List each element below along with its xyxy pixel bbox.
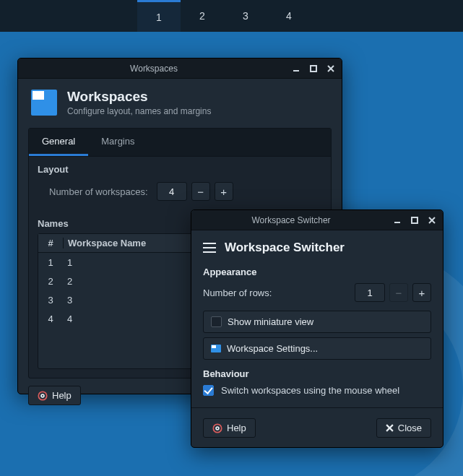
num-workspaces-decrease[interactable]: − bbox=[191, 182, 210, 201]
switcher-header: Workspace Switcher bbox=[191, 230, 443, 262]
svg-point-4 bbox=[38, 391, 46, 399]
help-icon bbox=[212, 423, 222, 433]
switcher-heading: Workspace Switcher bbox=[225, 241, 345, 255]
switcher-footer: Help Close bbox=[191, 407, 443, 448]
workspaces-titlebar[interactable]: Workspaces bbox=[18, 59, 342, 79]
workspaces-window-title: Workspaces bbox=[18, 64, 290, 74]
num-workspaces-spin: − + bbox=[157, 182, 233, 201]
num-workspaces-input[interactable] bbox=[157, 182, 187, 201]
top-panel: 1 2 3 4 bbox=[0, 0, 463, 32]
switcher-window-title: Workspace Switcher bbox=[191, 215, 391, 225]
row-number: 4 bbox=[38, 313, 63, 324]
svg-point-5 bbox=[41, 394, 44, 397]
close-button[interactable] bbox=[324, 62, 337, 75]
minimize-button[interactable] bbox=[391, 214, 404, 227]
close-button[interactable] bbox=[425, 214, 438, 227]
show-miniature-toggle[interactable]: Show miniature view bbox=[203, 311, 431, 333]
workspaces-icon bbox=[211, 345, 221, 352]
workspaces-icon bbox=[31, 90, 57, 116]
panel-workspace-3[interactable]: 3 bbox=[224, 0, 267, 32]
panel-workspace-1[interactable]: 1 bbox=[137, 0, 181, 32]
help-button[interactable]: Help bbox=[28, 386, 81, 405]
close-icon bbox=[386, 424, 394, 432]
close-dialog-button[interactable]: Close bbox=[376, 418, 431, 438]
svg-rect-7 bbox=[412, 217, 417, 223]
workspaces-subheading: Configure layout, names and margins bbox=[67, 106, 211, 116]
show-miniature-label: Show miniature view bbox=[228, 316, 313, 327]
svg-point-10 bbox=[213, 424, 221, 432]
panel-workspace-4[interactable]: 4 bbox=[267, 0, 311, 32]
rows-spin: − + bbox=[355, 283, 431, 302]
workspaces-tabstrip: General Margins bbox=[29, 129, 331, 157]
close-button-label: Close bbox=[398, 423, 422, 433]
help-icon bbox=[38, 391, 48, 401]
row-number: 2 bbox=[38, 276, 63, 287]
workspace-settings-label: Workspace Settings... bbox=[227, 343, 318, 354]
rows-label: Number of rows: bbox=[203, 287, 272, 298]
switcher-window: Workspace Switcher Workspace Switcher Ap… bbox=[191, 209, 443, 448]
menu-icon bbox=[203, 243, 216, 253]
wheel-label: Switch workspaces using the mouse wheel bbox=[221, 385, 399, 396]
appearance-section-label: Appearance bbox=[191, 262, 443, 279]
maximize-button[interactable] bbox=[408, 214, 421, 227]
svg-rect-1 bbox=[311, 66, 316, 72]
show-miniature-checkbox[interactable] bbox=[211, 316, 222, 327]
row-number: 1 bbox=[38, 257, 63, 268]
minimize-button[interactable] bbox=[290, 62, 303, 75]
rows-increase[interactable]: + bbox=[412, 283, 431, 302]
tab-general[interactable]: General bbox=[29, 129, 88, 156]
num-workspaces-label: Number of workspaces: bbox=[49, 186, 148, 197]
row-number: 3 bbox=[38, 295, 63, 306]
behaviour-section-label: Behaviour bbox=[191, 364, 443, 381]
maximize-button[interactable] bbox=[307, 62, 320, 75]
switcher-titlebar[interactable]: Workspace Switcher bbox=[191, 210, 443, 230]
wheel-row[interactable]: Switch workspaces using the mouse wheel bbox=[191, 381, 443, 400]
help-button-label: Help bbox=[227, 423, 246, 433]
num-workspaces-increase[interactable]: + bbox=[215, 182, 233, 201]
workspace-settings-button[interactable]: Workspace Settings... bbox=[203, 337, 431, 360]
panel-workspace-switcher: 1 2 3 4 bbox=[137, 0, 311, 32]
help-button[interactable]: Help bbox=[203, 418, 256, 438]
layout-section-label: Layout bbox=[29, 157, 331, 179]
svg-point-11 bbox=[216, 427, 219, 430]
layout-row: Number of workspaces: − + bbox=[29, 179, 331, 211]
help-button-label: Help bbox=[52, 390, 72, 401]
workspaces-heading: Workspaces bbox=[67, 89, 211, 105]
rows-input[interactable] bbox=[355, 283, 385, 302]
rows-decrease[interactable]: − bbox=[389, 283, 408, 302]
wheel-checkbox[interactable] bbox=[203, 385, 214, 396]
tab-margins[interactable]: Margins bbox=[88, 129, 147, 156]
rows-row: Number of rows: − + bbox=[191, 279, 443, 306]
workspaces-header: Workspaces Configure layout, names and m… bbox=[18, 79, 342, 128]
col-header-number[interactable]: # bbox=[38, 238, 63, 248]
panel-workspace-2[interactable]: 2 bbox=[181, 0, 224, 32]
